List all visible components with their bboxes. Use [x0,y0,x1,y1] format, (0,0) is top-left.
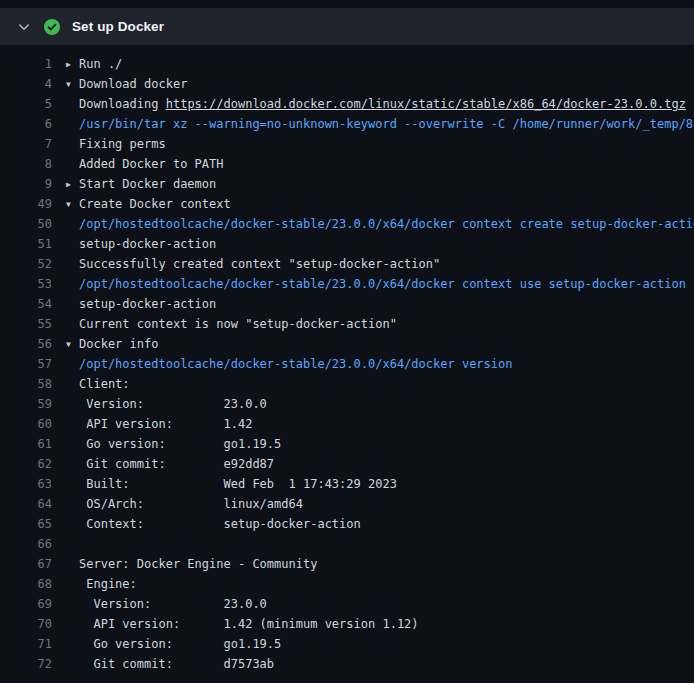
line-number[interactable]: 67 [0,554,52,574]
log-line: 71 Go version: go1.19.5 [0,634,694,654]
line-number[interactable]: 57 [0,354,52,374]
chevron-down-icon: ▼ [66,75,79,94]
line-content: Downloading https://download.docker.com/… [52,94,686,114]
log-text: Version: 23.0.0 [52,394,267,414]
chevron-down-icon: ▼ [66,195,79,214]
log-text: setup-docker-action [52,294,216,314]
log-text: Git commit: e92dd87 [52,454,274,474]
line-number[interactable]: 62 [0,454,52,474]
log-line: 60 API version: 1.42 [0,414,694,434]
group-label: Run ./ [79,57,122,71]
line-number[interactable]: 70 [0,614,52,634]
log-line: 61 Go version: go1.19.5 [0,434,694,454]
line-number[interactable]: 71 [0,634,52,654]
line-number[interactable]: 68 [0,574,52,594]
line-number[interactable]: 54 [0,294,52,314]
log-text: Current context is now "setup-docker-act… [52,314,397,334]
line-number[interactable]: 6 [0,114,52,134]
log-command-text: /opt/hostedtoolcache/docker-stable/23.0.… [52,354,512,374]
log-line: 70 API version: 1.42 (minimum version 1.… [0,614,694,634]
line-number[interactable]: 5 [0,94,52,114]
log-line: 65 Context: setup-docker-action [0,514,694,534]
log-group-line[interactable]: 4 ▼Download docker [0,74,694,94]
log-line: 63 Built: Wed Feb 1 17:43:29 2023 [0,474,694,494]
log-text: Git commit: d7573ab [52,654,274,674]
log-text: Context: setup-docker-action [52,514,361,534]
log-text: OS/Arch: linux/amd64 [52,494,303,514]
line-number[interactable]: 51 [0,234,52,254]
log-line: 53 /opt/hostedtoolcache/docker-stable/23… [0,274,694,294]
log-line: 57 /opt/hostedtoolcache/docker-stable/23… [0,354,694,374]
line-number[interactable]: 8 [0,154,52,174]
log-text [52,534,79,554]
line-content: ▼Download docker [52,74,187,94]
log-line: 7 Fixing perms [0,134,694,154]
log-text: Fixing perms [52,134,166,154]
line-number[interactable]: 9 [0,174,52,194]
log-text: API version: 1.42 [52,414,252,434]
line-content: ▶Run ./ [52,54,122,74]
log-line: 72 Git commit: d7573ab [0,654,694,674]
chevron-down-icon[interactable] [16,19,32,35]
line-number[interactable]: 55 [0,314,52,334]
log-line: 67 Server: Docker Engine - Community [0,554,694,574]
log-group-line[interactable]: 1 ▶Run ./ [0,54,694,74]
log-line: 58 Client: [0,374,694,394]
chevron-right-icon: ▶ [66,55,79,74]
line-number[interactable]: 60 [0,414,52,434]
line-number[interactable]: 56 [0,334,52,354]
log-text: Built: Wed Feb 1 17:43:29 2023 [52,474,397,494]
line-number[interactable]: 59 [0,394,52,414]
log-line: 66 [0,534,694,554]
line-number[interactable]: 65 [0,514,52,534]
group-label: Start Docker daemon [79,177,216,191]
line-content: ▼Docker info [52,334,158,354]
step-title: Set up Docker [72,19,164,34]
line-number[interactable]: 1 [0,54,52,74]
line-number[interactable]: 4 [0,74,52,94]
line-number[interactable]: 66 [0,534,52,554]
line-number[interactable]: 64 [0,494,52,514]
log-text: Version: 23.0.0 [52,594,267,614]
log-group-line[interactable]: 9 ▶Start Docker daemon [0,174,694,194]
line-number[interactable]: 69 [0,594,52,614]
line-number[interactable]: 49 [0,194,52,214]
line-number[interactable]: 7 [0,134,52,154]
line-number[interactable]: 61 [0,434,52,454]
log-command-text: /usr/bin/tar xz --warning=no-unknown-key… [52,114,694,134]
line-number[interactable]: 52 [0,254,52,274]
log-group-line[interactable]: 56 ▼Docker info [0,334,694,354]
log-text: Go version: go1.19.5 [52,434,281,454]
line-number[interactable]: 50 [0,214,52,234]
line-content: ▶Start Docker daemon [52,174,216,194]
log-line: 51 setup-docker-action [0,234,694,254]
log-text: Successfully created context "setup-dock… [52,254,440,274]
log-line: 52 Successfully created context "setup-d… [0,254,694,274]
step-header[interactable]: Set up Docker [0,8,694,45]
log-line: 5 Downloading https://download.docker.co… [0,94,694,114]
log-text: Engine: [52,574,137,594]
log-group-line[interactable]: 49 ▼Create Docker context [0,194,694,214]
log-line: 59 Version: 23.0.0 [0,394,694,414]
log-text: Client: [52,374,130,394]
chevron-down-icon: ▼ [66,335,79,354]
log-link[interactable]: https://download.docker.com/linux/static… [166,97,686,111]
line-number[interactable]: 72 [0,654,52,674]
log-text: API version: 1.42 (minimum version 1.12) [52,614,419,634]
log-line: 55 Current context is now "setup-docker-… [0,314,694,334]
chevron-right-icon: ▶ [66,175,79,194]
log-lines: 1 ▶Run ./ 4 ▼Download docker 5 Downloadi… [0,45,694,674]
check-circle-icon [44,19,60,35]
line-number[interactable]: 58 [0,374,52,394]
group-label: Create Docker context [79,197,231,211]
group-label: Docker info [79,337,158,351]
log-line: 68 Engine: [0,574,694,594]
log-line: 62 Git commit: e92dd87 [0,454,694,474]
line-number[interactable]: 53 [0,274,52,294]
log-text: Added Docker to PATH [52,154,224,174]
log-line: 6 /usr/bin/tar xz --warning=no-unknown-k… [0,114,694,134]
log-command-text: /opt/hostedtoolcache/docker-stable/23.0.… [52,274,686,294]
log-line: 54 setup-docker-action [0,294,694,314]
line-number[interactable]: 63 [0,474,52,494]
log-line: 50 /opt/hostedtoolcache/docker-stable/23… [0,214,694,234]
